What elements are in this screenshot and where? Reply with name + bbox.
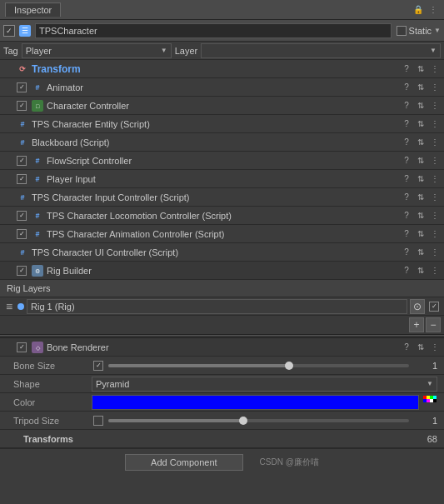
- component-row-player-input[interactable]: ✓ # Player Input ? ⇅ ⋮: [0, 170, 444, 188]
- component-row-blackboard[interactable]: # Blackboard (Script) ? ⇅ ⋮: [0, 133, 444, 152]
- comp-help-btn-flowscript[interactable]: ?: [401, 155, 412, 167]
- bone-size-slider-thumb[interactable]: [285, 362, 293, 370]
- component-row-bone-renderer[interactable]: ✓ ◇ Bone Renderer ? ⇅ ⋮: [0, 338, 444, 357]
- static-dropdown-arrow[interactable]: ▼: [434, 27, 441, 34]
- comp-help-btn-tps-input[interactable]: ?: [401, 192, 412, 203]
- arrow-icon-blackboard[interactable]: [3, 137, 13, 147]
- rig-item-settings-btn[interactable]: ⊙: [410, 299, 425, 314]
- component-row-tps-anim[interactable]: ✓ # TPS Character Animation Controller (…: [0, 225, 444, 243]
- color-field[interactable]: [92, 395, 419, 410]
- comp-menu-btn-blackboard[interactable]: ⋮: [429, 137, 441, 148]
- transforms-row[interactable]: Transforms 68: [0, 430, 444, 448]
- comp-menu-btn-char-ctrl[interactable]: ⋮: [429, 100, 441, 112]
- arrow-icon-char-ctrl[interactable]: [3, 101, 13, 111]
- object-enable-toggle[interactable]: ✓: [3, 25, 15, 37]
- comp-menu-btn-transform[interactable]: ⋮: [429, 63, 441, 75]
- comp-settings-btn-tps-ui[interactable]: ⇅: [415, 247, 427, 258]
- component-row-tps-entity[interactable]: # TPS Character Entity (Script) ? ⇅ ⋮: [0, 115, 444, 133]
- arrow-icon-transform[interactable]: [3, 64, 13, 74]
- comp-checkbox-bone-renderer[interactable]: ✓: [17, 342, 27, 352]
- comp-checkbox-tps-loco[interactable]: ✓: [17, 211, 27, 221]
- tripod-size-slider[interactable]: [108, 419, 409, 422]
- rig-item-input[interactable]: [27, 299, 407, 314]
- comp-settings-btn-transform[interactable]: ⇅: [415, 63, 427, 75]
- comp-checkbox-tps-anim[interactable]: ✓: [17, 229, 27, 239]
- arrow-icon-tps-anim[interactable]: [3, 229, 13, 239]
- rig-add-btn[interactable]: +: [409, 317, 424, 332]
- component-row-tps-input[interactable]: # TPS Character Input Controller (Script…: [0, 188, 444, 207]
- arrow-icon-bone-renderer[interactable]: [3, 342, 13, 352]
- layer-dropdown[interactable]: ▼: [201, 43, 441, 58]
- comp-help-btn-tps-loco[interactable]: ?: [401, 210, 412, 222]
- comp-help-btn-blackboard[interactable]: ?: [401, 137, 412, 148]
- comp-settings-btn-bone-renderer[interactable]: ⇅: [415, 342, 427, 353]
- arrow-icon-rig-builder[interactable]: [3, 266, 13, 276]
- comp-menu-btn-tps-ui[interactable]: ⋮: [429, 247, 441, 258]
- comp-menu-btn-tps-loco[interactable]: ⋮: [429, 210, 441, 222]
- comp-menu-btn-animator[interactable]: ⋮: [429, 82, 441, 93]
- arrow-icon-tps-entity[interactable]: [3, 119, 13, 129]
- arrow-icon-tps-ui[interactable]: [3, 247, 13, 257]
- comp-help-btn-tps-ui[interactable]: ?: [401, 247, 412, 258]
- lock-icon[interactable]: 🔒: [412, 4, 424, 16]
- shape-dropdown[interactable]: Pyramid ▼: [92, 377, 437, 392]
- tag-dropdown[interactable]: Player ▼: [22, 43, 172, 58]
- arrow-icon-player-input[interactable]: [3, 174, 13, 184]
- tripod-checkbox[interactable]: [93, 416, 103, 426]
- component-row-flowscript[interactable]: ✓ # FlowScript Controller ? ⇅ ⋮: [0, 152, 444, 170]
- comp-settings-btn-animator[interactable]: ⇅: [415, 82, 427, 93]
- object-name-input[interactable]: [35, 23, 392, 38]
- menu-icon[interactable]: ⋮: [427, 4, 439, 16]
- component-row-tps-ui[interactable]: # TPS Character UI Controller (Script) ?…: [0, 243, 444, 262]
- comp-menu-btn-flowscript[interactable]: ⋮: [429, 155, 441, 167]
- comp-settings-btn-player-input[interactable]: ⇅: [415, 173, 427, 185]
- bone-size-checkbox[interactable]: ✓: [93, 361, 103, 371]
- component-row-rig-builder[interactable]: ✓ ⚙ Rig Builder ? ⇅ ⋮: [0, 262, 444, 280]
- comp-settings-btn-flowscript[interactable]: ⇅: [415, 155, 427, 167]
- arrow-icon-animator[interactable]: [3, 82, 13, 92]
- component-row-char-ctrl[interactable]: ✓ □ Character Controller ? ⇅ ⋮: [0, 97, 444, 115]
- comp-settings-btn-tps-loco[interactable]: ⇅: [415, 210, 427, 222]
- comp-menu-btn-tps-anim[interactable]: ⋮: [429, 228, 441, 240]
- static-checkbox[interactable]: [397, 26, 407, 36]
- color-picker-btn[interactable]: [422, 395, 437, 410]
- comp-checkbox-rig-builder[interactable]: ✓: [17, 266, 27, 276]
- inspector-tab[interactable]: Inspector: [5, 2, 61, 17]
- comp-help-btn-player-input[interactable]: ?: [401, 173, 412, 185]
- comp-settings-btn-blackboard[interactable]: ⇅: [415, 137, 427, 148]
- comp-settings-btn-char-ctrl[interactable]: ⇅: [415, 100, 427, 112]
- comp-checkbox-flowscript[interactable]: ✓: [17, 156, 27, 166]
- comp-settings-btn-tps-entity[interactable]: ⇅: [415, 118, 427, 130]
- comp-menu-btn-player-input[interactable]: ⋮: [429, 173, 441, 185]
- comp-help-btn-animator[interactable]: ?: [401, 82, 412, 93]
- component-row-animator[interactable]: ✓ # Animator ? ⇅ ⋮: [0, 78, 444, 97]
- comp-settings-btn-rig-builder[interactable]: ⇅: [415, 265, 427, 277]
- comp-checkbox-animator[interactable]: ✓: [17, 82, 27, 92]
- arrow-icon-tps-input[interactable]: [3, 192, 13, 202]
- component-row-tps-loco[interactable]: ✓ # TPS Character Locomotion Controller …: [0, 207, 444, 225]
- comp-help-btn-transform[interactable]: ?: [401, 63, 412, 75]
- rig-remove-btn[interactable]: −: [426, 317, 441, 332]
- comp-help-btn-bone-renderer[interactable]: ?: [401, 342, 412, 353]
- transforms-count: 68: [427, 434, 437, 444]
- component-row-transform[interactable]: ⟳ Transform ? ⇅ ⋮: [0, 60, 444, 78]
- comp-menu-btn-tps-input[interactable]: ⋮: [429, 192, 441, 203]
- comp-menu-btn-rig-builder[interactable]: ⋮: [429, 265, 441, 277]
- comp-settings-btn-tps-input[interactable]: ⇅: [415, 192, 427, 203]
- rig-item-visible-checkbox[interactable]: ✓: [429, 302, 439, 312]
- comp-help-btn-char-ctrl[interactable]: ?: [401, 100, 412, 112]
- add-component-btn[interactable]: Add Component: [125, 454, 243, 471]
- comp-help-btn-tps-entity[interactable]: ?: [401, 118, 412, 130]
- comp-menu-btn-bone-renderer[interactable]: ⋮: [429, 342, 441, 353]
- comp-settings-btn-tps-anim[interactable]: ⇅: [415, 228, 427, 240]
- arrow-icon-flowscript[interactable]: [3, 156, 13, 166]
- comp-help-btn-tps-anim[interactable]: ?: [401, 228, 412, 240]
- comp-checkbox-char-ctrl[interactable]: ✓: [17, 101, 27, 111]
- tripod-size-slider-thumb[interactable]: [239, 417, 247, 425]
- transforms-arrow-icon[interactable]: [10, 434, 20, 444]
- comp-checkbox-player-input[interactable]: ✓: [17, 174, 27, 184]
- bone-size-slider[interactable]: [108, 364, 409, 367]
- comp-menu-btn-tps-entity[interactable]: ⋮: [429, 118, 441, 130]
- arrow-icon-tps-loco[interactable]: [3, 211, 13, 221]
- comp-help-btn-rig-builder[interactable]: ?: [401, 265, 412, 277]
